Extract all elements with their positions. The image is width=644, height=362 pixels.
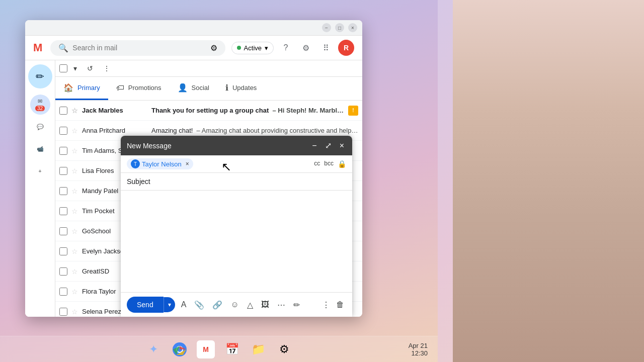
cc-button[interactable]: cc	[314, 160, 320, 168]
more-formatting-button[interactable]: ⋯	[275, 298, 287, 312]
sidebar-item-more[interactable]: +	[30, 161, 50, 181]
send-button-group: Send ▾	[127, 297, 175, 313]
tab-promotions[interactable]: 🏷 Promotions	[108, 77, 170, 100]
taskbar-item-files[interactable]: 📁	[249, 340, 267, 358]
send-button[interactable]: Send	[127, 297, 164, 313]
email-checkbox[interactable]	[59, 227, 67, 235]
star-icon[interactable]: ☆	[71, 107, 78, 115]
inbox-badge: 32	[35, 106, 45, 111]
help-button[interactable]: ?	[278, 40, 294, 56]
clock-time: 12:30	[411, 349, 428, 357]
sidebar-item-chat[interactable]: 💬	[30, 117, 50, 137]
tab-updates[interactable]: ℹ Updates	[217, 77, 265, 100]
search-bar[interactable]: 🔍 ⚙	[50, 40, 225, 56]
insert-link-button[interactable]: 🔗	[210, 298, 224, 312]
email-checkbox[interactable]	[59, 288, 67, 296]
email-checkbox[interactable]	[59, 187, 67, 195]
filter-icon[interactable]: ⚙	[210, 43, 217, 53]
maximize-button[interactable]: □	[335, 23, 344, 32]
star-icon[interactable]: ☆	[71, 187, 78, 195]
search-icon: 🔍	[58, 43, 68, 53]
recipient-name: Taylor Nelson	[142, 160, 182, 168]
compose-body-input[interactable]	[127, 195, 346, 288]
star-icon[interactable]: ☆	[71, 127, 78, 135]
taskbar-item-chrome[interactable]	[171, 340, 189, 358]
compose-expand-button[interactable]: ⤢	[323, 140, 334, 151]
promotions-tab-icon: 🏷	[116, 83, 124, 93]
email-checkbox[interactable]	[59, 267, 67, 276]
active-status-badge[interactable]: Active ▾	[231, 42, 274, 54]
chevron-down-icon: ▾	[265, 44, 268, 52]
taskbar-clock: Apr 21 12:30	[409, 342, 428, 357]
gmail-logo: M	[33, 41, 42, 54]
compose-close-button[interactable]: ×	[338, 140, 346, 151]
pen-button[interactable]: ✏	[291, 298, 302, 312]
recipient-avatar: T	[131, 159, 140, 168]
format-text-button[interactable]: A	[179, 298, 189, 311]
sidebar-item-meet[interactable]: 📹	[30, 139, 50, 159]
recipient-chip[interactable]: T Taylor Nelson ×	[127, 158, 193, 169]
star-icon[interactable]: ☆	[71, 147, 78, 155]
tab-primary[interactable]: 🏠 Primary	[55, 77, 108, 100]
apps-button[interactable]: ⠿	[318, 40, 334, 56]
email-checkbox[interactable]	[59, 247, 67, 255]
attach-file-button[interactable]: 📎	[192, 298, 206, 312]
subject-input[interactable]	[127, 177, 346, 186]
remove-recipient-button[interactable]: ×	[186, 160, 189, 167]
taskbar-item-settings[interactable]: ⚙	[275, 340, 293, 358]
more-options-button[interactable]: ⋮	[99, 62, 114, 74]
insert-emoji-button[interactable]: ☺	[228, 298, 240, 311]
social-tab-label: Social	[192, 84, 209, 92]
drive-button[interactable]: △	[245, 298, 255, 312]
header-icons: Active ▾ ? ⚙ ⠿ R	[231, 40, 354, 56]
star-icon[interactable]: ☆	[71, 167, 78, 175]
bcc-button[interactable]: bcc	[324, 160, 334, 168]
chat-icon: 💬	[37, 124, 44, 130]
gmail-window: − □ × M 🔍 ⚙ Active ▾ ? ⚙ ⠿ R ✏ ✉	[25, 20, 362, 317]
more-options-button[interactable]: ⋮	[320, 298, 332, 312]
star-icon[interactable]: ☆	[71, 247, 78, 255]
compose-to-field: T Taylor Nelson × cc bcc 🔒	[121, 155, 352, 173]
sidebar-item-mail[interactable]: ✉ 32	[30, 95, 50, 115]
tab-social[interactable]: 👤 Social	[170, 77, 217, 100]
star-icon[interactable]: ☆	[71, 288, 78, 296]
email-checkbox[interactable]	[59, 147, 67, 155]
star-icon[interactable]: ☆	[71, 207, 78, 215]
email-checkbox[interactable]	[59, 107, 67, 115]
email-checkbox[interactable]	[59, 207, 67, 215]
email-checkbox[interactable]	[59, 127, 67, 135]
lock-icon[interactable]: 🔒	[338, 160, 346, 168]
taskbar-item-assistant[interactable]: ✦	[144, 340, 163, 358]
select-all-checkbox[interactable]	[59, 64, 67, 72]
chevron-down-icon[interactable]: ▾	[69, 62, 81, 74]
star-icon[interactable]: ☆	[71, 308, 78, 316]
settings-button[interactable]: ⚙	[298, 40, 314, 56]
insert-photo-button[interactable]: 🖼	[259, 298, 271, 311]
star-icon[interactable]: ☆	[71, 267, 78, 276]
delete-draft-button[interactable]: 🗑	[334, 298, 346, 312]
close-button[interactable]: ×	[348, 23, 357, 32]
inbox-tabs: 🏠 Primary 🏷 Promotions 👤 Social ℹ Update…	[55, 77, 362, 101]
compose-button[interactable]: ✏	[28, 64, 52, 88]
avatar-button[interactable]: R	[338, 40, 354, 56]
clock-date: Apr 21	[409, 342, 428, 349]
promotions-tab-label: Promotions	[128, 84, 162, 92]
compose-title-buttons: − ⤢ ×	[310, 140, 346, 151]
webcam-person	[453, 0, 644, 362]
taskbar-item-calendar[interactable]: 📅	[223, 340, 241, 358]
compose-titlebar[interactable]: New Message − ⤢ ×	[121, 136, 352, 155]
star-icon[interactable]: ☆	[71, 227, 78, 235]
search-input[interactable]	[72, 44, 206, 52]
email-checkbox[interactable]	[59, 167, 67, 175]
email-checkbox[interactable]	[59, 308, 67, 316]
compose-minimize-button[interactable]: −	[310, 140, 318, 151]
meet-icon: 📹	[37, 146, 44, 152]
taskbar: ✦ M 📅 📁 ⚙ Apr 21 12:30	[0, 336, 438, 362]
refresh-button[interactable]: ↺	[83, 62, 97, 74]
table-row[interactable]: ☆ Jack Marbles Thank you for setting up …	[55, 101, 362, 121]
email-preview: Thank you for setting up a group chat – …	[151, 107, 344, 114]
send-dropdown-button[interactable]: ▾	[164, 297, 175, 312]
minimize-button[interactable]: −	[322, 23, 331, 32]
taskbar-item-gmail[interactable]: M	[197, 340, 215, 358]
primary-tab-label: Primary	[77, 84, 100, 92]
